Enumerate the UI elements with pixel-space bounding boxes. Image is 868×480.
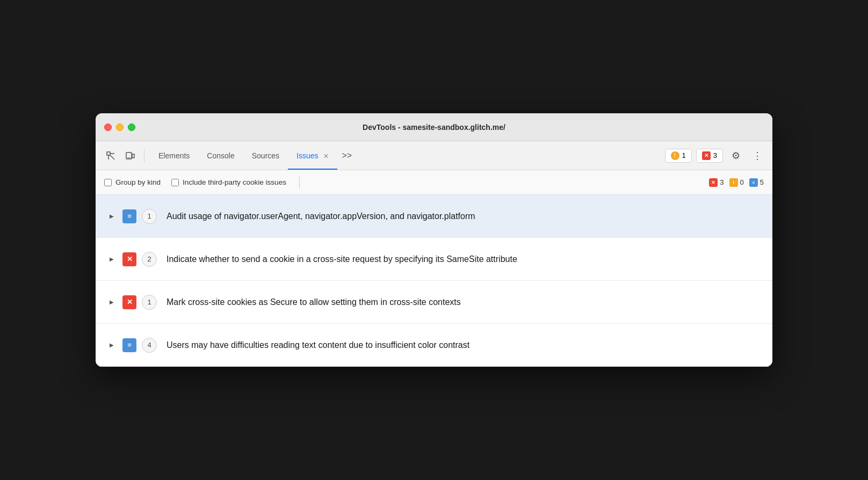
issue-row[interactable]: ▶ ≡ 1 Audit usage of navigator.userAgent…: [96, 195, 772, 238]
toolbar-divider-1: [144, 149, 144, 162]
issue-type-icon-info: ≡: [122, 209, 136, 223]
filter-bar: Group by kind Include third-party cookie…: [96, 170, 772, 195]
warnings-badge-button[interactable]: ! 1: [665, 149, 692, 163]
error-count: 3: [713, 151, 717, 159]
device-icon: [125, 151, 135, 161]
tab-console[interactable]: Console: [198, 147, 243, 164]
inspect-icon: [106, 151, 115, 161]
tab-issues-close[interactable]: ✕: [323, 152, 329, 160]
device-toggle-button[interactable]: [121, 147, 139, 164]
settings-button[interactable]: ⚙: [727, 147, 744, 164]
issues-list: ▶ ≡ 1 Audit usage of navigator.userAgent…: [96, 195, 772, 367]
tab-elements[interactable]: Elements: [150, 147, 198, 164]
issue-count-2: 2: [142, 252, 157, 267]
traffic-lights: [104, 123, 135, 131]
title-bar: DevTools - samesite-sandbox.glitch.me/: [96, 113, 772, 141]
issue-text-2: Indicate whether to send a cookie in a c…: [167, 253, 517, 266]
group-by-kind-checkbox[interactable]: [104, 179, 112, 186]
toolbar: Elements Console Sources Issues ✕ >> ! 1…: [96, 141, 772, 170]
expand-arrow-4[interactable]: ▶: [106, 340, 117, 351]
group-by-kind-label[interactable]: Group by kind: [104, 178, 161, 186]
warning-icon: !: [671, 151, 679, 160]
issue-count-3: 1: [142, 295, 157, 310]
errors-badge-button[interactable]: ✕ 3: [696, 149, 723, 163]
filter-divider: [299, 177, 300, 188]
count-warn-icon: !: [729, 178, 738, 187]
issue-row[interactable]: ▶ ✕ 1 Mark cross-site cookies as Secure …: [96, 281, 772, 324]
count-error-icon: ✕: [709, 178, 718, 187]
window-title: DevTools - samesite-sandbox.glitch.me/: [363, 123, 505, 132]
filter-counts: ✕ 3 ! 0 ≡ 5: [709, 178, 764, 187]
warning-count: 1: [682, 151, 686, 159]
close-button[interactable]: [104, 123, 112, 131]
issue-text-3: Mark cross-site cookies as Secure to all…: [167, 296, 461, 309]
info-count-badge[interactable]: ≡ 5: [749, 178, 764, 187]
tab-sources[interactable]: Sources: [243, 147, 288, 164]
expand-arrow-3[interactable]: ▶: [106, 297, 117, 308]
error-icon: ✕: [702, 151, 711, 160]
svg-rect-4: [132, 154, 134, 158]
warn-count-num: 0: [740, 178, 744, 186]
minimize-button[interactable]: [116, 123, 124, 131]
svg-rect-0: [107, 152, 110, 155]
issue-text-4: Users may have difficulties reading text…: [167, 339, 469, 352]
error-count-badge[interactable]: ✕ 3: [709, 178, 724, 187]
expand-arrow-1[interactable]: ▶: [106, 211, 117, 222]
maximize-button[interactable]: [128, 123, 135, 131]
count-info-icon: ≡: [749, 178, 758, 187]
issue-row[interactable]: ▶ ≡ 4 Users may have difficulties readin…: [96, 324, 772, 367]
issue-type-icon-error-2: ✕: [122, 295, 136, 309]
more-options-button[interactable]: ⋮: [749, 147, 766, 164]
issue-count-1: 1: [142, 209, 157, 224]
expand-arrow-2[interactable]: ▶: [106, 254, 117, 265]
devtools-window: DevTools - samesite-sandbox.glitch.me/ E…: [96, 113, 772, 367]
issue-type-icon-info-2: ≡: [122, 338, 136, 352]
info-count-num: 5: [760, 178, 764, 186]
tabs-container: Elements Console Sources Issues ✕ >>: [150, 147, 663, 164]
inspect-element-button[interactable]: [102, 147, 119, 164]
tab-issues[interactable]: Issues ✕: [288, 147, 337, 164]
third-party-label[interactable]: Include third-party cookie issues: [171, 178, 286, 186]
toolbar-right: ! 1 ✕ 3 ⚙ ⋮: [665, 147, 766, 164]
issue-row[interactable]: ▶ ✕ 2 Indicate whether to send a cookie …: [96, 238, 772, 281]
warn-count-badge[interactable]: ! 0: [729, 178, 744, 187]
more-tabs-button[interactable]: >>: [337, 149, 356, 163]
issue-type-icon-error: ✕: [122, 252, 136, 266]
third-party-checkbox[interactable]: [171, 179, 179, 186]
error-count-num: 3: [720, 178, 724, 186]
issue-text-1: Audit usage of navigator.userAgent, navi…: [167, 210, 475, 223]
issue-count-4: 4: [142, 338, 157, 353]
